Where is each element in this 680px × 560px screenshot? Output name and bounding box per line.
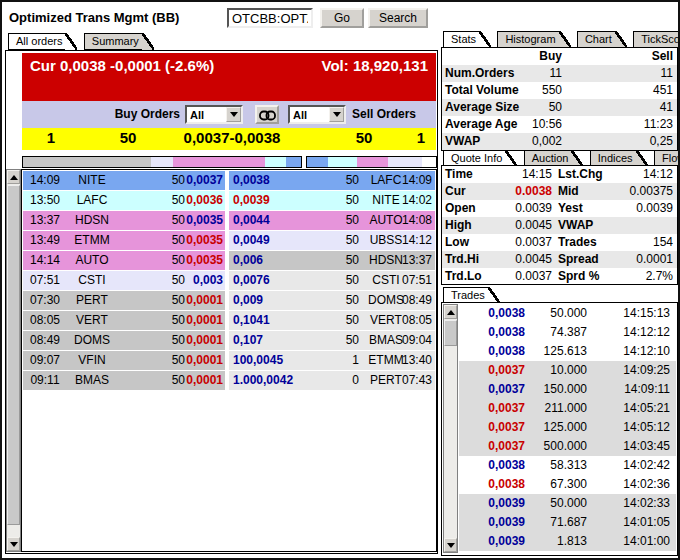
sell-filter-value: All <box>293 109 307 121</box>
table-row[interactable]: 0,004450AUTO14:08 <box>229 211 435 230</box>
table-row[interactable]: 14:09NITE500,0037 <box>23 171 225 190</box>
order-book-scrollbar[interactable] <box>6 169 21 552</box>
chevron-down-icon[interactable] <box>329 107 344 122</box>
list-item: 0,003710.00014:09:25 <box>459 361 676 380</box>
symbol-input[interactable] <box>227 8 313 28</box>
table-row[interactable]: 0,007650CSTI07:51 <box>229 271 435 290</box>
tab-all-orders[interactable]: All orders <box>8 33 65 50</box>
table-row[interactable]: 13:49ETMM500,0035 <box>23 231 225 250</box>
trade-size: 71.687 <box>531 513 587 532</box>
trade-size: 67.300 <box>531 475 587 494</box>
stat-buy-value: 550 <box>500 82 562 99</box>
list-item: 0,0037125.00014:05:12 <box>459 418 676 437</box>
order-size: 50 <box>323 171 359 190</box>
market-maker: VERT <box>69 311 115 330</box>
list-item: 0,003971.68714:01:05 <box>459 513 676 532</box>
table-row[interactable]: 0,004950UBSS14:12 <box>229 231 435 250</box>
order-time: 13:49 <box>27 231 63 250</box>
trade-size: 125.000 <box>531 418 587 437</box>
scrollbar-thumb[interactable] <box>444 320 457 346</box>
order-time: 13:50 <box>27 191 63 210</box>
sell-filter-select[interactable]: All <box>288 105 346 124</box>
market-maker: BMAS <box>69 371 115 390</box>
order-size: 0 <box>323 371 359 390</box>
trade-size: 125.613 <box>531 342 587 361</box>
table-row[interactable]: 07:51CSTI500,003 <box>23 271 225 290</box>
table-row[interactable]: 0,00950DOMS08:49 <box>229 291 435 310</box>
order-time: 07:43 <box>388 371 432 390</box>
depth-segment <box>173 157 265 167</box>
ask-order-count: 1 <box>404 129 438 146</box>
search-button[interactable]: Search <box>368 8 428 28</box>
bid-size: 50 <box>106 129 150 146</box>
quote-label: Low <box>445 234 493 251</box>
order-time: 13:37 <box>388 251 432 270</box>
scroll-down-icon[interactable] <box>7 537 20 551</box>
table-row[interactable]: 09:11BMAS500,0001 <box>23 371 225 390</box>
tab-stats[interactable]: Stats <box>443 31 479 48</box>
table-row[interactable]: 0,10750BMAS09:04 <box>229 331 435 350</box>
table-row[interactable]: 14:14AUTO500,0035 <box>23 251 225 270</box>
table-row[interactable]: 0,00650HDSN13:37 <box>229 251 435 270</box>
tab-histogram[interactable]: Histogram <box>497 31 558 48</box>
table-row[interactable]: 13:37HDSN500,0035 <box>23 211 225 230</box>
bid-price: 0,0001 <box>161 351 223 370</box>
table-row[interactable]: 07:30PERT500,0001 <box>23 291 225 310</box>
list-item: 0,0037211.00014:05:21 <box>459 399 676 418</box>
table-row[interactable]: 08:49DOMS500,0001 <box>23 331 225 350</box>
depth-segment <box>307 157 328 167</box>
order-book-panel: Cur 0,0038 -0,0001 (-2.6%) Vol: 18,920,1… <box>5 50 438 554</box>
order-time: 09:07 <box>27 351 63 370</box>
table-row[interactable]: 100,00451ETMM13:40 <box>229 351 435 370</box>
quote-banner: Cur 0,0038 -0,0001 (-2.6%) Vol: 18,920,1… <box>22 53 436 101</box>
bid-price: 0,0001 <box>161 311 223 330</box>
buy-filter-select[interactable]: All <box>185 105 243 124</box>
bid-price: 0,0035 <box>161 231 223 250</box>
table-row[interactable]: 0,104150VERT08:05 <box>229 311 435 330</box>
scroll-up-icon[interactable] <box>444 305 457 319</box>
trades-scrollbar[interactable] <box>443 304 458 553</box>
link-filters-button[interactable] <box>255 105 279 124</box>
quote-label: Time <box>445 166 493 183</box>
stat-sell-value: 0,25 <box>611 133 673 150</box>
quote-label: Yest <box>558 200 583 217</box>
order-size: 50 <box>323 291 359 310</box>
quote-value: 0.0039 <box>609 200 673 217</box>
depth-segment <box>23 157 151 167</box>
quote-label: High <box>445 217 493 234</box>
tab-chart[interactable]: Chart <box>577 31 615 48</box>
ask-price: 0,0049 <box>233 231 309 250</box>
table-row[interactable]: 1.000,00420PERT07:43 <box>229 371 435 390</box>
scroll-down-icon[interactable] <box>444 538 457 552</box>
bid-price: 0,0001 <box>161 291 223 310</box>
ask-price: 0,009 <box>233 291 309 310</box>
tab-summary[interactable]: Summary <box>84 33 142 50</box>
scroll-up-icon[interactable] <box>7 170 20 184</box>
scrollbar-thumb[interactable] <box>7 185 20 525</box>
list-item: 0,003850.00014:15:13 <box>459 304 676 323</box>
stat-sell-value: 11:23 <box>611 116 673 133</box>
table-row[interactable]: 0,003850LAFC14:09 <box>229 171 435 190</box>
trade-price: 0,0039 <box>463 494 525 513</box>
ask-price: 0,0076 <box>233 271 309 290</box>
bid-price: 0,0035 <box>161 251 223 270</box>
chevron-down-icon[interactable] <box>226 107 241 122</box>
list-item: 0,0037150.00014:09:11 <box>459 380 676 399</box>
table-row[interactable]: 08:05VERT500,0001 <box>23 311 225 330</box>
go-button[interactable]: Go <box>320 8 364 28</box>
table-row: Cur0.0038Mid0.00375 <box>442 183 677 200</box>
best-bid-ask-bar: 1 50 0,0037-0,0038 50 1 <box>22 128 436 150</box>
inside-quote: 0,0037-0,0038 <box>152 129 312 146</box>
table-row[interactable]: 13:50LAFC500,0036 <box>23 191 225 210</box>
order-time: 14:14 <box>27 251 63 270</box>
trading-window: Optimized Trans Mgmt (BB) Go Search All … <box>0 0 680 560</box>
table-row[interactable]: 0,003950NITE14:02 <box>229 191 435 210</box>
buy-orders-label: Buy Orders <box>82 107 180 121</box>
table-row[interactable]: 09:07VFIN500,0001 <box>23 351 225 370</box>
order-time: 14:02 <box>388 191 432 210</box>
stat-label: VWAP <box>445 133 480 150</box>
stat-buy-value: 50 <box>500 99 562 116</box>
quote-value: 14:15 <box>490 166 552 183</box>
order-size: 50 <box>323 231 359 250</box>
tab-tickscope[interactable]: TickScope <box>633 31 680 48</box>
